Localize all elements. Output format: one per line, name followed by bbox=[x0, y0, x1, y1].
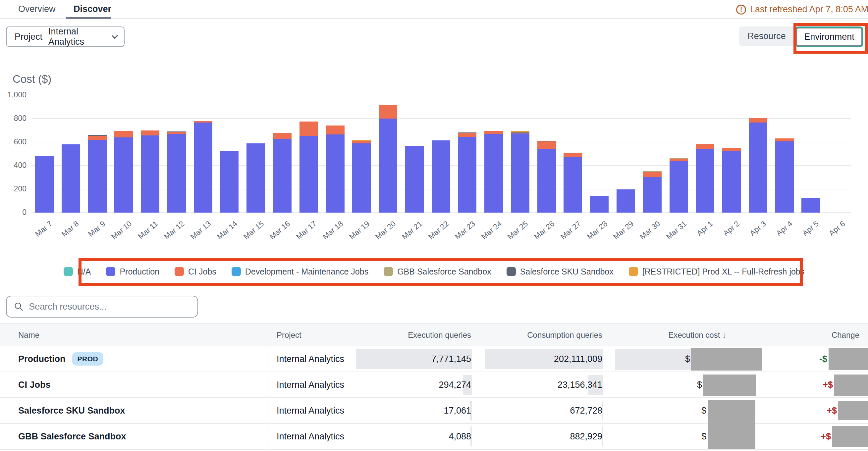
bar-segment[interactable] bbox=[114, 131, 133, 137]
bar-segment[interactable] bbox=[194, 123, 212, 213]
sort-descending-icon: ↓ bbox=[722, 330, 726, 340]
bar-segment[interactable] bbox=[352, 140, 371, 141]
bar-segment[interactable] bbox=[484, 131, 503, 131]
legend-swatch-icon bbox=[629, 267, 638, 276]
bar-segment[interactable] bbox=[511, 133, 529, 213]
bar-segment[interactable] bbox=[749, 118, 767, 123]
bar-segment[interactable] bbox=[300, 122, 318, 136]
bar-segment[interactable] bbox=[643, 172, 661, 177]
bar-segment[interactable] bbox=[696, 144, 714, 149]
table-row-salesforce-sku-sandbox[interactable]: Salesforce SKU Sandbox Internal Analytic… bbox=[0, 398, 868, 424]
bar-segment[interactable] bbox=[801, 198, 820, 213]
bar-segment[interactable] bbox=[141, 135, 159, 213]
bar-segment[interactable] bbox=[775, 141, 794, 213]
bar-segment[interactable] bbox=[247, 143, 265, 213]
bar-segment[interactable] bbox=[220, 151, 239, 213]
bar-segment[interactable] bbox=[722, 148, 741, 152]
bar-segment[interactable] bbox=[563, 153, 582, 153]
legend-item[interactable]: GBB Salesforce Sandbox bbox=[384, 267, 491, 277]
legend-item[interactable]: [RESTRICTED] Prod XL -- Full-Refresh job… bbox=[629, 267, 804, 277]
resource-toggle-button[interactable]: Resource bbox=[739, 27, 795, 46]
bar-segment[interactable] bbox=[696, 149, 714, 213]
bar-segment[interactable] bbox=[326, 126, 345, 134]
project-cell: Internal Analytics bbox=[277, 424, 344, 449]
bar-segment[interactable] bbox=[563, 157, 582, 213]
column-header-project[interactable]: Project bbox=[277, 324, 302, 346]
bar-segment[interactable] bbox=[511, 131, 529, 132]
bar-segment[interactable] bbox=[194, 121, 212, 123]
legend-label: Salesforce SKU Sandbox bbox=[520, 267, 614, 277]
bar-segment[interactable] bbox=[300, 136, 318, 213]
environment-toggle-button[interactable]: Environment bbox=[797, 28, 862, 46]
bar-segment[interactable] bbox=[35, 156, 54, 213]
resource-name[interactable]: Production bbox=[18, 354, 66, 364]
bar-segment[interactable] bbox=[722, 151, 741, 213]
column-header-execution-queries[interactable]: Execution queries bbox=[408, 324, 471, 346]
bar-segment[interactable] bbox=[88, 135, 107, 136]
bar-segment[interactable] bbox=[326, 134, 345, 213]
bar-segment[interactable] bbox=[617, 189, 635, 213]
bar-segment[interactable] bbox=[590, 196, 609, 213]
bar-segment[interactable] bbox=[405, 146, 424, 213]
bar-segment[interactable] bbox=[458, 132, 476, 133]
bar-segment[interactable] bbox=[643, 177, 661, 213]
column-header-name[interactable]: Name bbox=[18, 324, 39, 346]
bar-segment[interactable] bbox=[432, 140, 450, 213]
bar-segment[interactable] bbox=[167, 132, 186, 134]
bar-segment[interactable] bbox=[273, 133, 291, 139]
bar-segment[interactable] bbox=[62, 144, 80, 213]
bar-segment[interactable] bbox=[352, 143, 371, 213]
x-axis-tick-label: Mar 28 bbox=[585, 219, 609, 241]
bar-segment[interactable] bbox=[114, 137, 133, 213]
resource-name[interactable]: GBB Salesforce Sandbox bbox=[18, 431, 126, 442]
bar-segment[interactable] bbox=[167, 134, 186, 213]
consumption-queries-value: 23,156,341 bbox=[558, 372, 602, 397]
bar-segment[interactable] bbox=[670, 158, 688, 158]
bar-segment[interactable] bbox=[379, 105, 397, 119]
bar-segment[interactable] bbox=[670, 161, 688, 213]
bar-segment[interactable] bbox=[379, 119, 397, 213]
legend-item[interactable]: Salesforce SKU Sandbox bbox=[506, 267, 614, 277]
bar-segment[interactable] bbox=[458, 137, 476, 213]
project-filter-dropdown[interactable]: Project Internal Analytics bbox=[6, 27, 125, 47]
tab-discover[interactable]: Discover bbox=[73, 0, 111, 18]
table-row-production[interactable]: ProductionPROD Internal Analytics 7,771,… bbox=[0, 346, 868, 372]
column-header-consumption-queries[interactable]: Consumption queries bbox=[527, 324, 602, 346]
bar-segment[interactable] bbox=[749, 118, 767, 118]
x-axis-tick-label: Mar 15 bbox=[242, 219, 266, 241]
bar-segment[interactable] bbox=[643, 171, 661, 171]
legend-label: GBB Salesforce Sandbox bbox=[397, 267, 491, 277]
bar-segment[interactable] bbox=[167, 131, 186, 132]
column-header-change[interactable]: Change bbox=[832, 324, 859, 346]
bar-segment[interactable] bbox=[749, 123, 767, 213]
bar-segment[interactable] bbox=[537, 141, 556, 141]
bar-segment[interactable] bbox=[352, 141, 371, 143]
bar-segment[interactable] bbox=[141, 130, 159, 136]
bar-segment[interactable] bbox=[88, 136, 107, 140]
resource-name[interactable]: CI Jobs bbox=[18, 380, 51, 390]
bar-segment[interactable] bbox=[670, 159, 688, 161]
legend-item[interactable]: CI Jobs bbox=[175, 267, 216, 277]
bar-segment[interactable] bbox=[537, 141, 556, 149]
bar-segment[interactable] bbox=[273, 139, 291, 213]
bar-segment[interactable] bbox=[775, 138, 794, 141]
bar-segment[interactable] bbox=[563, 153, 582, 157]
legend-swatch-icon bbox=[175, 267, 184, 276]
bar-segment[interactable] bbox=[484, 131, 503, 134]
legend-item[interactable]: Production bbox=[106, 267, 159, 277]
legend-item[interactable]: Development - Maintenance Jobs bbox=[231, 267, 368, 277]
bar-segment[interactable] bbox=[458, 133, 476, 137]
bar-segment[interactable] bbox=[88, 140, 107, 213]
column-header-execution-cost[interactable]: Execution cost ↓ bbox=[668, 324, 726, 346]
x-axis-tick-label: Mar 9 bbox=[87, 219, 107, 238]
bar-segment[interactable] bbox=[511, 132, 529, 133]
search-input[interactable] bbox=[29, 302, 190, 312]
resource-name[interactable]: Salesforce SKU Sandbox bbox=[18, 406, 125, 416]
table-row-ci-jobs[interactable]: CI Jobs Internal Analytics 294,274 23,15… bbox=[0, 372, 868, 398]
redacted-cost bbox=[708, 400, 755, 449]
bar-segment[interactable] bbox=[511, 133, 529, 134]
tab-overview[interactable]: Overview bbox=[18, 0, 56, 18]
legend-item[interactable]: N/A bbox=[64, 267, 91, 277]
bar-segment[interactable] bbox=[484, 134, 503, 213]
bar-segment[interactable] bbox=[537, 149, 556, 213]
